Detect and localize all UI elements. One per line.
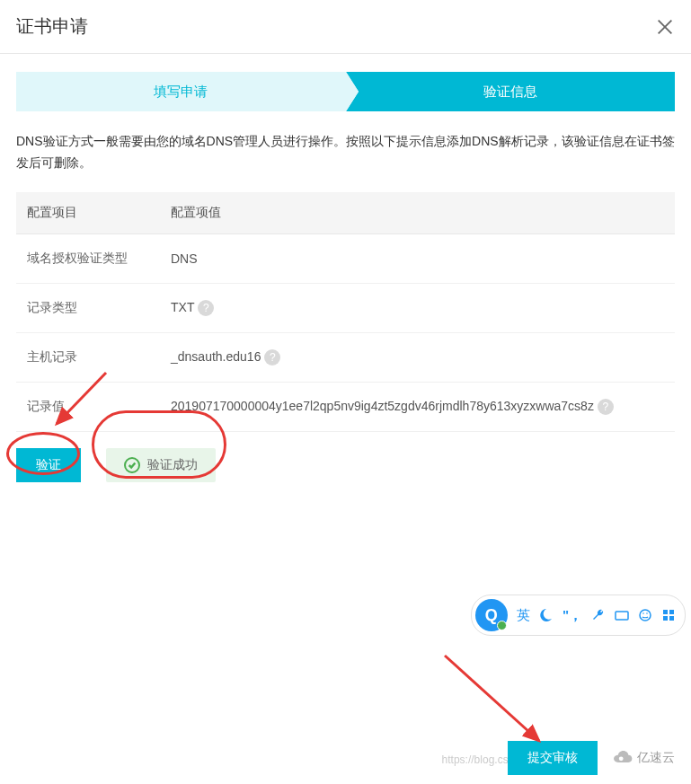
step-1-label: 填写申请 [154,84,208,101]
help-icon[interactable]: ? [598,399,614,415]
check-icon [124,457,140,473]
svg-rect-17 [669,616,674,621]
description-text: DNS验证方式一般需要由您的域名DNS管理人员进行操作。按照以下提示信息添加DN… [16,131,675,174]
smile-icon[interactable] [638,608,652,622]
step-verify-info[interactable]: 验证信息 [346,72,676,111]
row-label: 记录类型 [16,283,160,332]
moon-icon[interactable] [539,608,554,622]
svg-rect-7 [616,612,628,620]
annotation-arrow-2 [431,647,557,754]
step-bar: 填写申请 验证信息 [16,72,675,111]
submit-review-button[interactable]: 提交审核 [508,741,598,775]
svg-rect-14 [663,610,668,614]
row-label: 域名授权验证类型 [16,233,160,283]
config-table: 配置项目 配置项值 域名授权验证类型 DNS 记录类型 TXT? 主机记录 _d… [16,192,675,433]
keyboard-icon[interactable] [615,608,629,622]
row-label: 记录值 [16,383,160,432]
step-2-label: 验证信息 [483,84,537,101]
input-method-toolbar[interactable]: Q 英 "， [471,595,686,636]
row-value: 201907170000004y1ee7l2qp5nv9ig4zt5zgdv46… [160,383,675,432]
toolbar-main-icon[interactable]: Q [475,599,508,631]
verify-success-badge: 验证成功 [106,448,216,482]
row-label: 主机记录 [16,332,160,382]
close-icon[interactable] [655,17,675,37]
cloud-icon [610,749,633,767]
table-row: 主机记录 _dnsauth.edu16? [16,332,675,382]
svg-rect-15 [669,610,674,614]
row-value: _dnsauth.edu16? [160,332,675,382]
svg-point-11 [640,610,651,621]
brand-badge: 亿速云 [610,749,675,767]
svg-rect-16 [663,616,668,621]
punctuation-icon[interactable]: "， [563,607,582,624]
grid-icon[interactable] [661,608,676,622]
row-value: TXT? [160,283,675,332]
row-value: DNS [160,233,675,283]
svg-point-12 [642,612,644,614]
help-icon[interactable]: ? [264,349,280,366]
table-row: 记录类型 TXT? [16,283,675,332]
table-row: 域名授权验证类型 DNS [16,233,675,283]
brand-label: 亿速云 [637,750,675,766]
th-config-item: 配置项目 [16,192,160,234]
wrench-icon[interactable] [591,608,606,622]
dialog-title: 证书申请 [16,14,88,39]
svg-point-2 [619,756,624,761]
svg-line-6 [445,656,539,741]
step-fill-application[interactable]: 填写申请 [16,72,346,111]
th-config-value: 配置项值 [160,192,675,234]
help-icon[interactable]: ? [198,300,214,316]
toolbar-lang[interactable]: 英 [517,607,530,624]
table-row: 记录值 201907170000004y1ee7l2qp5nv9ig4zt5zg… [16,383,675,432]
svg-point-13 [646,612,648,614]
success-label: 验证成功 [147,457,198,473]
verify-button[interactable]: 验证 [16,448,81,482]
